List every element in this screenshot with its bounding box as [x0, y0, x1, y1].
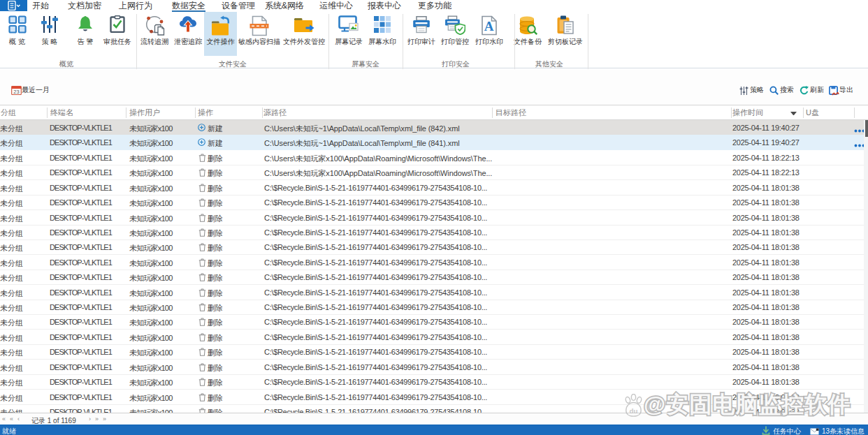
svg-text:A: A: [484, 19, 494, 34]
svg-text:23: 23: [13, 89, 19, 95]
